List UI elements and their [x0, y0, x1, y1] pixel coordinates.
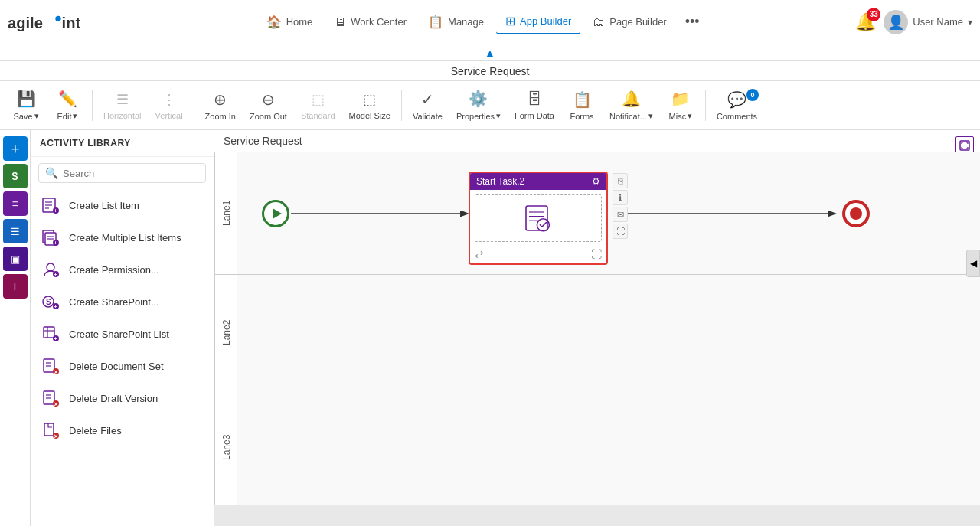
task-side-info-icon[interactable]: ℹ	[612, 190, 628, 205]
activity-list: + Create List Item + Crea	[31, 189, 214, 526]
sidebar-add-icon[interactable]: ＋	[3, 136, 28, 161]
save-button[interactable]: 💾 Save▾	[6, 87, 46, 124]
list-item[interactable]: + Create SharePoint List	[31, 318, 214, 350]
more-menu[interactable]: •••	[679, 11, 706, 33]
notifications-label: Notificat...▾	[609, 111, 653, 121]
task-side-copy-icon[interactable]: ⎘	[612, 173, 628, 188]
collapse-bar[interactable]: ▲	[0, 44, 980, 61]
search-input[interactable]	[63, 168, 199, 179]
activity-panel: ACTIVITY LIBRARY 🔍 + Create Lis	[31, 130, 214, 526]
delete-files-icon: ×	[40, 420, 61, 441]
svg-text:×: ×	[54, 433, 58, 440]
list-item[interactable]: + Create Multiple List Items	[31, 221, 214, 253]
svg-rect-37	[44, 423, 54, 436]
start-node[interactable]	[262, 200, 289, 227]
task-side-share-icon[interactable]: ⛶	[612, 224, 628, 239]
list-item[interactable]: × Delete Files	[31, 414, 214, 446]
svg-point-15	[47, 263, 54, 271]
avatar: 👤	[884, 10, 908, 34]
model-size-label: Model Size	[349, 111, 390, 120]
notifications-button[interactable]: 🔔 Notificat...▾	[603, 87, 659, 124]
create-sharepoint-list-icon: +	[40, 323, 61, 345]
task-side-mail-icon[interactable]: ✉	[612, 207, 628, 222]
zoom-in-button[interactable]: ⊕ Zoom In	[199, 87, 242, 124]
monitor-icon: 🖥	[334, 15, 346, 29]
nav-work-center[interactable]: 🖥 Work Center	[325, 11, 416, 34]
end-node	[842, 200, 870, 227]
search-box[interactable]: 🔍	[38, 163, 206, 183]
task-exchange-icon[interactable]: ⇄	[475, 248, 484, 260]
nav-work-center-label: Work Center	[351, 16, 407, 28]
create-permission-icon: +	[40, 259, 61, 280]
properties-button[interactable]: ⚙️ Properties▾	[450, 87, 507, 124]
nav-app-builder-label: App Builder	[520, 15, 571, 27]
task-bottom-icons: ⇄ ⛶	[470, 247, 606, 263]
top-navigation: agile int 🏠 Home 🖥 Work Center 📋 Manage …	[0, 0, 980, 44]
svg-text:+: +	[54, 336, 57, 341]
misc-label: Misc▾	[669, 111, 693, 121]
nav-page-builder-label: Page Builder	[609, 16, 666, 28]
forms-icon: 📋	[573, 90, 592, 109]
forms-button[interactable]: 📋 Forms	[562, 87, 602, 124]
comments-badge: 0	[746, 89, 759, 101]
edit-icon: ✏️	[58, 90, 77, 108]
canvas-header: Service Request	[214, 130, 980, 152]
comments-button[interactable]: 💬 0 Comments	[710, 87, 763, 124]
horizontal-icon: ☰	[116, 91, 129, 108]
nav-items: 🏠 Home 🖥 Work Center 📋 Manage ⊞ App Buil…	[107, 9, 855, 34]
sidebar-list-icon[interactable]: ☰	[3, 219, 28, 243]
svg-text:+: +	[54, 304, 57, 309]
svg-text:×: ×	[54, 368, 58, 376]
lane-2-label: Lane2	[214, 275, 237, 390]
sidebar-doc-icon[interactable]: ≡	[3, 191, 28, 216]
standard-label: Standard	[301, 111, 335, 120]
chevron-left-icon: ◀	[970, 258, 977, 269]
create-list-item-icon: +	[40, 194, 61, 216]
model-size-button[interactable]: ⬚ Model Size	[343, 88, 397, 123]
sidebar-rect-icon[interactable]: ▣	[3, 247, 28, 271]
task-node[interactable]: Start Task.2 ⚙	[469, 172, 608, 265]
create-multiple-list-items-label: Create Multiple List Items	[69, 232, 181, 243]
list-item[interactable]: × Delete Document Set	[31, 350, 214, 382]
validate-button[interactable]: ✓ Validate	[407, 87, 449, 124]
list-item[interactable]: S + Create SharePoint...	[31, 286, 214, 318]
user-area[interactable]: 👤 User Name ▾	[884, 10, 972, 34]
notification-bell[interactable]: 🔔 33	[855, 12, 876, 32]
svg-text:+: +	[54, 208, 57, 214]
toolbar-separator-3	[401, 90, 402, 121]
nav-manage[interactable]: 📋 Manage	[419, 10, 493, 34]
app-builder-icon: ⊞	[505, 14, 515, 28]
sidebar-dollar-icon[interactable]: $	[3, 164, 28, 188]
zoom-out-label: Zoom Out	[250, 112, 287, 121]
edit-button[interactable]: ✏️ Edit▾	[47, 87, 87, 124]
list-item[interactable]: + Create List Item	[31, 189, 214, 221]
zoom-out-button[interactable]: ⊖ Zoom Out	[243, 87, 293, 124]
task-network-icon[interactable]: ⛶	[591, 248, 602, 260]
nav-home[interactable]: 🏠 Home	[257, 10, 322, 34]
form-data-button[interactable]: 🗄 Form Data	[508, 87, 560, 123]
logo[interactable]: agile int	[8, 8, 92, 36]
page-title: Service Request	[451, 65, 530, 77]
nav-manage-label: Manage	[448, 16, 484, 28]
standard-button[interactable]: ⬚ Standard	[295, 88, 341, 123]
toolbar-separator-4	[705, 90, 706, 121]
sidebar-hash-icon[interactable]: I	[3, 274, 28, 299]
lane-1: Lane1	[214, 152, 980, 275]
list-item[interactable]: × Delete Draft Version	[31, 382, 214, 414]
lane-1-label: Lane1	[214, 152, 237, 274]
nav-page-builder[interactable]: 🗂 Page Builder	[583, 11, 675, 34]
task-gear-icon[interactable]: ⚙	[592, 176, 600, 187]
delete-draft-version-icon: ×	[40, 387, 61, 409]
horizontal-button[interactable]: ☰ Horizontal	[97, 88, 148, 123]
list-item[interactable]: + Create Permission...	[31, 253, 214, 286]
panel-collapse[interactable]: ◀	[966, 250, 980, 277]
delete-draft-version-label: Delete Draft Version	[69, 393, 158, 404]
chevron-down-icon: ▾	[968, 17, 972, 28]
vertical-button[interactable]: ⋮ Vertical	[149, 88, 189, 123]
canvas-title: Service Request	[224, 135, 302, 147]
nav-app-builder[interactable]: ⊞ App Builder	[496, 9, 580, 34]
task-body-icon	[523, 203, 554, 234]
zoom-out-icon: ⊖	[262, 90, 275, 109]
misc-button[interactable]: 📁 Misc▾	[661, 87, 701, 124]
model-size-icon: ⬚	[363, 91, 376, 108]
